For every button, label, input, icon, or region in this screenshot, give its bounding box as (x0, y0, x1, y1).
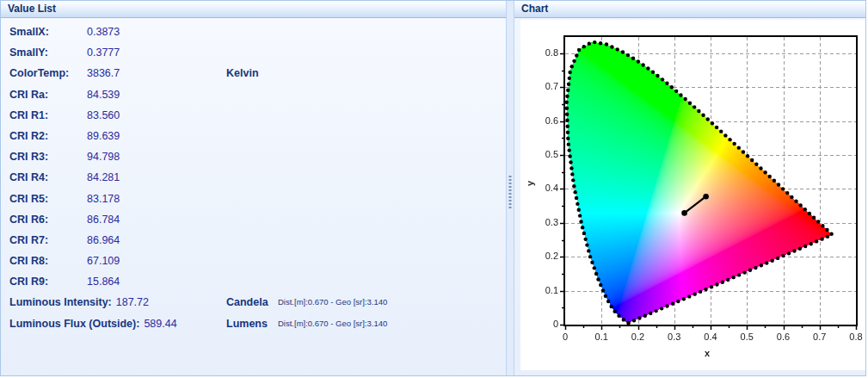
value-row: CRI R5:83.178 (1, 189, 506, 209)
value-number: 67.109 (87, 251, 120, 271)
value-number: 3836.7 (87, 63, 120, 84)
value-number: 83.560 (87, 105, 120, 126)
value-label: CRI R4: (9, 167, 48, 188)
chart-region: x y (520, 20, 866, 370)
value-unit: Lumens (226, 313, 268, 334)
chart-panel: Chart x y (514, 1, 865, 376)
value-number: 187.72 (116, 296, 149, 308)
value-row: Luminous Intensity:187.72CandelaDist.[m]… (1, 292, 506, 313)
value-unit: Candela (226, 292, 268, 313)
value-label: CRI R5: (9, 189, 48, 209)
value-number: 89.639 (87, 126, 120, 146)
value-row: CRI R2:89.639 (1, 126, 506, 146)
value-row: CRI R6:86.784 (1, 209, 506, 230)
value-label: CRI R6: (9, 209, 48, 230)
value-row: ColorTemp:3836.7Kelvin (1, 63, 506, 84)
value-number: 0.3873 (87, 22, 120, 42)
value-number: 84.281 (87, 167, 120, 188)
cie-chromaticity-canvas (520, 20, 866, 370)
value-number: 86.964 (87, 230, 120, 251)
value-number: 0.3777 (87, 42, 120, 63)
value-number: 86.784 (87, 209, 120, 230)
chart-title: Chart (521, 3, 548, 15)
value-row: CRI R1:83.560 (1, 105, 506, 126)
value-label: CRI R2: (9, 126, 48, 146)
value-label: SmallY: (9, 42, 48, 63)
value-label: CRI R1: (9, 105, 48, 126)
value-list-panel: Value List SmallX:0.3873SmallY:0.3777Col… (1, 1, 506, 376)
value-label: SmallX: (9, 22, 49, 42)
value-row: CRI R4:84.281 (1, 167, 506, 188)
value-number: 15.864 (87, 271, 120, 292)
value-label: CRI R3: (9, 146, 48, 167)
value-label: ColorTemp: (9, 63, 69, 84)
value-list-header: Value List (1, 1, 506, 18)
value-label: CRI Ra: (9, 84, 48, 105)
value-row: CRI R9:15.864 (1, 271, 506, 292)
value-unit: Kelvin (226, 63, 259, 84)
value-list-title: Value List (8, 3, 56, 15)
value-row: CRI R7:86.964 (1, 230, 506, 251)
value-number: 84.539 (87, 84, 120, 105)
chart-header: Chart (514, 1, 865, 18)
y-axis-label: y (525, 181, 535, 186)
splitter-grip-icon (509, 176, 512, 208)
value-row: SmallY:0.3777 (1, 42, 506, 63)
value-row: CRI R3:94.798 (1, 146, 506, 167)
value-row: CRI Ra:84.539 (1, 84, 506, 105)
value-number: 94.798 (87, 146, 120, 167)
value-row: CRI R8:67.109 (1, 251, 506, 271)
value-note: Dist.[m]:0.670 - Geo [sr]:3.140 (278, 313, 387, 334)
value-number: 589.44 (144, 318, 176, 330)
value-label: CRI R9: (9, 271, 48, 292)
value-row: SmallX:0.3873 (1, 22, 506, 42)
value-label: CRI R7: (9, 230, 48, 251)
x-axis-label: x (705, 348, 710, 358)
value-label: Luminous Intensity: (9, 296, 112, 308)
value-row: Luminous Flux (Outside):589.44LumensDist… (1, 313, 506, 334)
app-window: Value List SmallX:0.3873SmallY:0.3777Col… (0, 0, 866, 376)
value-label: Luminous Flux (Outside): (9, 318, 139, 330)
value-label: CRI R8: (9, 251, 48, 271)
value-note: Dist.[m]:0.670 - Geo [sr]:3.140 (278, 292, 387, 313)
value-number: 83.178 (87, 189, 120, 209)
value-rows: SmallX:0.3873SmallY:0.3777ColorTemp:3836… (1, 22, 506, 334)
panel-splitter[interactable] (506, 1, 514, 376)
